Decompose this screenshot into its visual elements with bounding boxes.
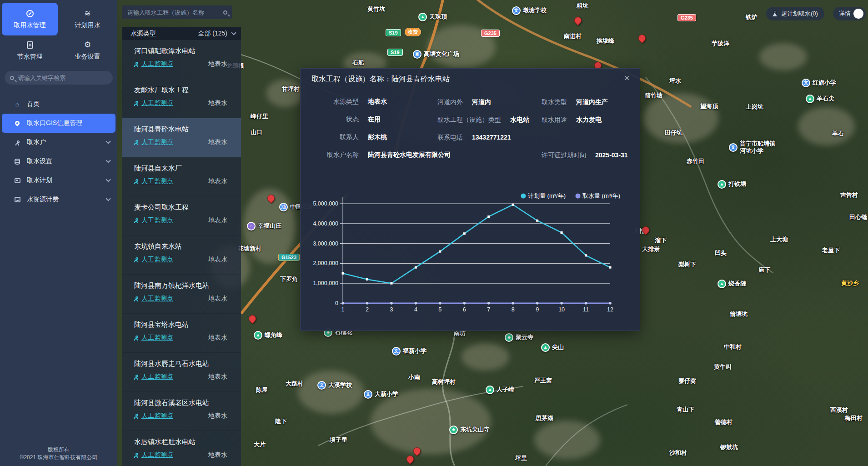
monitor-link[interactable]: 人工监测点 — [141, 295, 173, 303]
school-marker-icon[interactable]: 文 — [392, 347, 401, 356]
station-name: 陆河县青砼水电站 — [134, 125, 227, 134]
monitor-link[interactable]: 人工监测点 — [141, 373, 173, 381]
data-point — [585, 254, 587, 256]
legend-label[interactable]: 取水量 (m³/年) — [582, 192, 620, 199]
data-point — [512, 302, 514, 305]
field-value: 彭木桃 — [368, 133, 387, 141]
list-item[interactable]: 陆河县青砼水电站人工监测点地表水 — [122, 118, 241, 157]
list-item[interactable]: 水唇镇水栏肚水电站人工监测点地表水 — [122, 431, 241, 466]
data-point — [415, 266, 417, 269]
monitor-link[interactable]: 人工监测点 — [141, 138, 173, 146]
monitor-link[interactable]: 人工监测点 — [141, 451, 173, 459]
mtn-marker-icon[interactable]: ▲ — [806, 95, 814, 103]
mtn-marker-icon[interactable]: ▲ — [541, 343, 550, 352]
list-item[interactable]: 陆河县水唇走马石水电站人工监测点地表水 — [122, 353, 241, 392]
monitor-link[interactable]: 人工监测点 — [141, 216, 173, 225]
school-marker-icon[interactable]: 文 — [729, 143, 738, 152]
mtn-marker-icon[interactable]: ▲ — [254, 331, 262, 340]
school-marker-icon[interactable]: 文 — [802, 79, 810, 87]
toggle-knob-icon[interactable] — [853, 9, 863, 19]
map-label: 凹头 — [715, 250, 727, 257]
monitor-link[interactable]: 人工监测点 — [141, 177, 173, 185]
sidebar-item-水资源计费[interactable]: 水资源计费 — [0, 190, 117, 209]
map-label-text: 梨树下 — [678, 261, 696, 268]
map-label: ▲人子嶂 — [486, 386, 514, 394]
close-icon[interactable]: × — [624, 73, 630, 83]
temple-marker-icon[interactable]: ♣ — [505, 333, 513, 342]
sidebar-item-取水口GIS信息管理[interactable]: 取水口GIS信息管理 — [2, 114, 115, 133]
module-2[interactable]: ≋计划用水 — [60, 3, 115, 35]
purple-marker-icon[interactable]: ⌂ — [247, 222, 256, 230]
home-icon: ⌂ — [14, 100, 21, 108]
sidebar-item-取水设置[interactable]: 取水设置 — [0, 152, 117, 171]
map-label: 箭塘坑 — [730, 311, 748, 318]
list-item[interactable]: 陆河县自来水厂人工监测点地表水 — [122, 157, 241, 196]
map-label-text: 小南 — [408, 374, 420, 381]
map-label: 峰仔里 — [251, 113, 268, 120]
monitor-link[interactable]: 人工监测点 — [141, 412, 173, 420]
billing-icon — [14, 197, 21, 202]
sidebar-search[interactable] — [5, 71, 113, 85]
list-item[interactable]: 陆河县南万镇杞洋水电站人工监测点地表水 — [122, 275, 241, 314]
legend-swatch[interactable] — [521, 194, 526, 199]
monitor-link[interactable]: 人工监测点 — [141, 60, 173, 68]
map-label: 梨树下 — [678, 261, 696, 268]
legend-swatch[interactable] — [576, 194, 581, 199]
station-name: 麦卡公司取水工程 — [134, 203, 227, 212]
monitor-link[interactable]: 人工监测点 — [141, 99, 173, 107]
mtn-marker-icon[interactable]: ▲ — [418, 13, 427, 21]
chevron-down-icon — [105, 196, 110, 201]
person-icon — [134, 182, 138, 184]
map-label-text: 坝子里 — [330, 436, 347, 444]
map-label: 高树坪村 — [432, 378, 456, 386]
gas-marker-icon[interactable]: 油 — [279, 203, 288, 211]
school-marker-icon[interactable]: 文 — [364, 390, 372, 399]
list-item[interactable]: 东坑镇自来水站人工监测点地表水 — [122, 236, 241, 275]
module-3[interactable]: 节水管理 — [2, 37, 58, 64]
temple-marker-icon[interactable]: ♣ — [449, 426, 458, 434]
map-label-text: 幸福山庄 — [258, 222, 281, 230]
monitor-link[interactable]: 人工监测点 — [141, 334, 173, 342]
station-search-input[interactable] — [127, 9, 223, 16]
field-label: 水源类型 — [313, 98, 359, 106]
pin-icon — [14, 121, 21, 125]
school-marker-icon[interactable]: 文 — [512, 6, 521, 15]
field-cell: 取水用途水力发电 — [542, 115, 602, 124]
sidebar-item-取水计划[interactable]: 取水计划 — [0, 171, 117, 190]
map-label-text: 赤竹田 — [687, 158, 704, 165]
list-item[interactable]: 友能水厂取水工程人工监测点地表水 — [122, 79, 241, 118]
map-label-text: 高树坪村 — [432, 378, 456, 386]
sidebar-item-取水户[interactable]: 取水户 — [0, 133, 117, 152]
module-4[interactable]: ⚙业务设置 — [60, 37, 115, 64]
mtn-marker-icon[interactable]: ▲ — [486, 386, 494, 394]
list-item[interactable]: 麦卡公司取水工程人工监测点地表水 — [122, 196, 241, 236]
filter-value: 全部 (125) — [198, 30, 227, 38]
map-label: ⌂幸福山庄 — [247, 222, 281, 230]
monitor-link[interactable]: 人工监测点 — [141, 256, 173, 264]
mtn-marker-icon[interactable]: ▲ — [717, 180, 726, 189]
map-label: 大排岽 — [642, 246, 660, 253]
list-item[interactable]: 陆河县宝塔水电站人工监测点地表水 — [122, 314, 241, 353]
over-plan-button[interactable]: 超计划取水(0) — [766, 7, 824, 20]
road-badge: G1523 — [278, 254, 300, 261]
map-label-text: 挨垅峰 — [597, 37, 614, 45]
detail-toggle[interactable]: 详情 — [833, 7, 866, 20]
sidebar-item-首页[interactable]: ⌂首页 — [0, 95, 117, 114]
mtn-marker-icon[interactable]: ▲ — [717, 280, 726, 288]
map-label-text: 溜下 — [655, 237, 667, 244]
source-type-dropdown[interactable]: 全部 (125) — [198, 30, 235, 38]
user-icon — [14, 140, 21, 145]
list-item[interactable]: 河口镇唱歌潭水电站人工监测点地表水 — [122, 40, 241, 79]
data-point — [390, 282, 392, 285]
gear-icon: ⚙ — [83, 40, 92, 50]
blue-marker-icon[interactable]: ▣ — [413, 50, 421, 59]
list-item[interactable]: 陆河县激石溪老区水电站人工监测点地表水 — [122, 392, 241, 431]
field-value: 在用 — [368, 115, 381, 124]
station-search[interactable] — [122, 5, 232, 19]
legend-label[interactable]: 计划量 (m³/年) — [528, 192, 566, 199]
sidebar-search-input[interactable] — [18, 75, 107, 81]
module-1[interactable]: 取用水管理 — [2, 3, 58, 35]
map-label: 铁炉 — [746, 14, 758, 21]
field-cell: 许可证过期时间2025-03-31 — [542, 151, 628, 160]
school-marker-icon[interactable]: 文 — [317, 381, 326, 390]
